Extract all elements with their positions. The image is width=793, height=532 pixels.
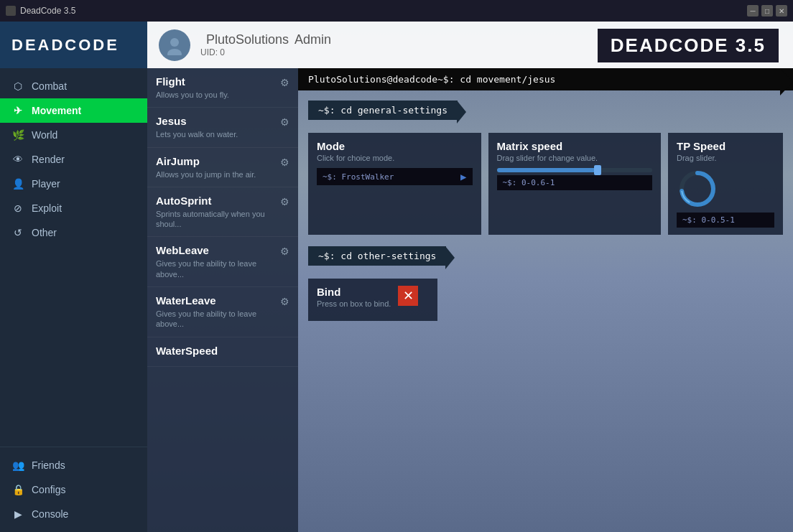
slider-thumb (594, 165, 601, 175)
module-item-flight[interactable]: Flight Allows you to you fly. ⚙ (147, 68, 298, 108)
sidebar-item-console[interactable]: ▶ Console (0, 502, 147, 526)
content-area: DEADCODE ⬡ Combat ✈ Movement 🌿 World 👁 R… (0, 22, 793, 532)
world-icon: 🌿 (11, 129, 24, 141)
sidebar-item-world[interactable]: 🌿 World (0, 123, 147, 147)
svg-point-0 (170, 38, 179, 47)
module-name-flight: Flight (156, 75, 229, 88)
mode-arrow-icon: ▶ (460, 171, 466, 182)
terminal-path-bar: PlutoSolutions@deadcode~$: cd movement/j… (298, 68, 793, 90)
user-uid: UID: 0 (200, 47, 331, 57)
user-info: PlutoSolutionsAdmin UID: 0 (200, 32, 331, 57)
general-settings-section: ~$: cd general-settings (308, 95, 783, 126)
bind-box-icon: ✕ (403, 288, 414, 304)
module-item-webleave[interactable]: WebLeave Gives you the ability to leave … (147, 237, 298, 287)
close-button[interactable]: ✕ (776, 5, 787, 17)
titlebar-title: DeadCode 3.5 (20, 6, 75, 16)
sidebar-header: DEADCODE (0, 22, 147, 68)
bind-desc: Press on box to bind. (317, 299, 391, 308)
gear-icon-airjump[interactable]: ⚙ (280, 157, 289, 168)
module-item-airjump[interactable]: AirJump Allows you to jump in the air. ⚙ (147, 148, 298, 187)
sidebar-label-console: Console (32, 508, 68, 520)
module-name-airjump: AirJump (156, 155, 256, 167)
friends-icon: 👥 (11, 459, 24, 471)
main-inner: Flight Allows you to you fly. ⚙ Jesus Le… (147, 68, 793, 532)
other-icon: ↺ (11, 227, 24, 238)
gear-icon-jesus[interactable]: ⚙ (280, 116, 289, 128)
console-icon: ▶ (11, 508, 24, 520)
bind-box[interactable]: ✕ (398, 286, 418, 306)
terminal-path-text: PlutoSolutions@deadcode~$: cd movement/j… (308, 74, 555, 85)
sidebar-item-combat[interactable]: ⬡ Combat (0, 74, 147, 98)
sidebar-item-render[interactable]: 👁 Render (0, 147, 147, 172)
module-desc-airjump: Allows you to jump in the air. (156, 169, 256, 179)
exploit-icon: ⊘ (11, 202, 24, 214)
module-name-waterspeed: WaterSpeed (156, 345, 218, 357)
sidebar-nav: ⬡ Combat ✈ Movement 🌿 World 👁 Render 👤 (0, 68, 147, 447)
tp-speed-circular-slider[interactable] (677, 168, 718, 213)
player-icon: 👤 (11, 178, 24, 190)
sidebar-label-combat: Combat (32, 80, 67, 92)
module-item-jesus[interactable]: Jesus Lets you walk on water. ⚙ (147, 108, 298, 147)
matrix-speed-desc: Drag slider for change value. (497, 154, 653, 162)
gear-icon-waterleave[interactable]: ⚙ (280, 296, 289, 307)
sidebar-bottom: 👥 Friends 🔒 Configs ▶ Console (0, 447, 147, 532)
tp-speed-card: TP Speed Drag slider. (668, 133, 783, 235)
sidebar-label-movement: Movement (32, 105, 81, 116)
gear-icon-autosprint[interactable]: ⚙ (280, 196, 289, 207)
module-item-autosprint[interactable]: AutoSprint Sprints automatically when yo… (147, 187, 298, 238)
app-icon (6, 6, 16, 16)
user-avatar (159, 29, 190, 61)
sidebar-label-friends: Friends (32, 459, 65, 471)
maximize-button[interactable]: □ (761, 5, 773, 17)
sidebar-item-configs[interactable]: 🔒 Configs (0, 477, 147, 502)
svg-point-1 (167, 49, 182, 55)
module-item-waterspeed[interactable]: WaterSpeed (147, 337, 298, 367)
module-name-jesus: Jesus (156, 115, 238, 127)
sidebar-item-friends[interactable]: 👥 Friends (0, 453, 147, 477)
tp-speed-title: TP Speed (677, 140, 774, 152)
gear-icon-webleave[interactable]: ⚙ (280, 246, 289, 257)
sidebar-label-render: Render (32, 154, 65, 165)
main-area: PlutoSolutionsAdmin UID: 0 Flight Allows… (147, 22, 793, 532)
sidebar-label-exploit: Exploit (32, 202, 62, 214)
module-name-autosprint: AutoSprint (156, 195, 271, 207)
bind-card: Bind Press on box to bind. ✕ (308, 279, 437, 321)
mode-cmd[interactable]: ~$: FrostWalker ▶ (317, 168, 473, 185)
settings-cards-row: Mode Click for choice mode. ~$: FrostWal… (308, 133, 783, 235)
tp-speed-desc: Drag slider. (677, 154, 774, 162)
settings-area: PlutoSolutions@deadcode~$: cd movement/j… (298, 68, 793, 532)
minimize-button[interactable]: ─ (747, 5, 759, 17)
matrix-speed-title: Matrix speed (497, 140, 653, 152)
mode-cmd-text: ~$: FrostWalker (323, 172, 394, 182)
matrix-speed-cmd-text: ~$: 0-0.6-1 (503, 178, 555, 187)
other-settings-text: ~$: cd other-settings (318, 251, 436, 261)
mode-desc: Click for choice mode. (317, 154, 473, 162)
sidebar-item-movement[interactable]: ✈ Movement (0, 98, 147, 123)
other-settings-bar: ~$: cd other-settings (308, 246, 446, 266)
module-list: Flight Allows you to you fly. ⚙ Jesus Le… (147, 68, 298, 532)
other-settings-section: ~$: cd other-settings (308, 241, 783, 271)
combat-icon: ⬡ (11, 80, 24, 92)
bind-title: Bind (317, 286, 391, 298)
tp-speed-cmd: ~$: 0-0.5-1 (677, 213, 774, 228)
module-desc-jesus: Lets you walk on water. (156, 129, 238, 139)
matrix-speed-slider[interactable] (497, 168, 653, 172)
module-desc-autosprint: Sprints automatically when you shoul... (156, 209, 271, 230)
module-item-waterleave[interactable]: WaterLeave Gives you the ability to leav… (147, 287, 298, 337)
sidebar-label-world: World (32, 129, 57, 141)
movement-icon: ✈ (11, 105, 24, 116)
sidebar-label-configs: Configs (32, 484, 65, 495)
general-settings-text: ~$: cd general-settings (318, 105, 447, 116)
render-icon: 👁 (11, 154, 24, 165)
sidebar-item-exploit[interactable]: ⊘ Exploit (0, 196, 147, 220)
gear-icon-flight[interactable]: ⚙ (280, 77, 289, 88)
sidebar-item-player[interactable]: 👤 Player (0, 172, 147, 196)
tp-speed-cmd-text: ~$: 0-0.5-1 (682, 215, 735, 225)
sidebar-item-other[interactable]: ↺ Other (0, 220, 147, 245)
titlebar: DeadCode 3.5 ─ □ ✕ (0, 0, 793, 22)
module-desc-webleave: Gives you the ability to leave above... (156, 258, 271, 279)
general-settings-bar: ~$: cd general-settings (308, 101, 458, 120)
module-name-waterleave: WaterLeave (156, 294, 271, 307)
settings-scroll: ~$: cd general-settings Mode Click for c… (298, 90, 793, 532)
configs-icon: 🔒 (11, 484, 24, 495)
